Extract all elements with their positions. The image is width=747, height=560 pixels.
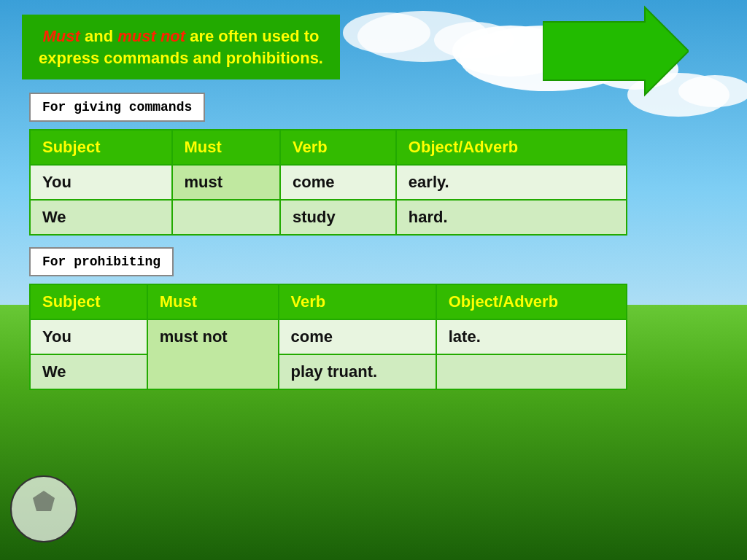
header-rest1: are often used to — [185, 27, 319, 45]
cell-late: late. — [436, 319, 627, 354]
cell-study: study — [280, 200, 396, 235]
table-row: We study hard. — [30, 200, 627, 235]
table-row: You must not come late. — [30, 319, 627, 354]
and-text: and — [80, 27, 117, 45]
prohibiting-table: Subject Must Verb Object/Adverb You must… — [29, 284, 627, 390]
table-header-row: Subject Must Verb Object/Adverb — [30, 130, 627, 165]
cell-must-not: must not — [147, 319, 279, 389]
table-header-row-2: Subject Must Verb Object/Adverb — [30, 284, 627, 319]
cell-we-2: We — [30, 354, 147, 389]
col-must-1: Must — [172, 130, 280, 165]
cell-come-1: come — [280, 165, 396, 200]
green-arrow-icon — [543, 4, 689, 98]
header-box: Must and must not are often used to expr… — [22, 15, 340, 79]
table-row: You must come early. — [30, 165, 627, 200]
cell-you-2: You — [30, 319, 147, 354]
table-row: We play truant. — [30, 354, 627, 389]
cell-empty-2 — [436, 354, 627, 389]
cell-hard: hard. — [396, 200, 627, 235]
col-verb-1: Verb — [280, 130, 396, 165]
cell-you-1: You — [30, 165, 172, 200]
prohibiting-label: For prohibiting — [29, 247, 174, 276]
col-must-2: Must — [147, 284, 279, 319]
cell-come-2: come — [279, 319, 436, 354]
col-object-2: Object/Adverb — [436, 284, 627, 319]
col-subject-1: Subject — [30, 130, 172, 165]
col-verb-2: Verb — [279, 284, 436, 319]
col-object-1: Object/Adverb — [396, 130, 627, 165]
must-text: Must — [43, 27, 80, 45]
commands-label: For giving commands — [29, 93, 205, 122]
section2: For prohibiting Subject Must Verb Object… — [22, 247, 725, 390]
header-banner: Must and must not are often used to expr… — [22, 15, 725, 79]
cell-play-truant: play truant. — [279, 354, 436, 389]
commands-table: Subject Must Verb Object/Adverb You must… — [29, 129, 627, 236]
cell-early: early. — [396, 165, 627, 200]
svg-marker-14 — [543, 7, 689, 95]
cell-must-1: must — [172, 165, 280, 200]
header-line2: express commands and prohibitions. — [39, 47, 323, 69]
cell-we-1: We — [30, 200, 172, 235]
section1: For giving commands Subject Must Verb Ob… — [22, 93, 725, 236]
cell-must-empty-1 — [172, 200, 280, 235]
must-not-text: must not — [117, 27, 185, 45]
col-subject-2: Subject — [30, 284, 147, 319]
